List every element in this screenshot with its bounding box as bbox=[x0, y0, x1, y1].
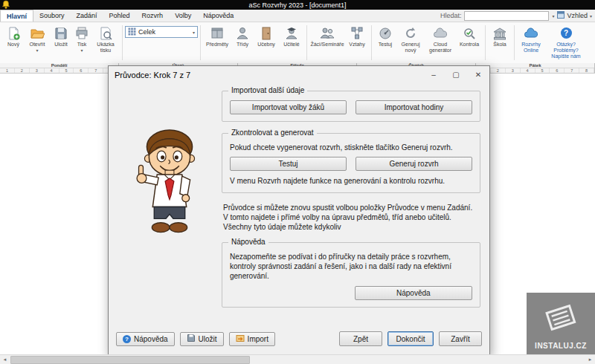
timetable-day-column: Pátek12345678 bbox=[476, 63, 595, 73]
close-button[interactable]: ✕ bbox=[467, 66, 489, 83]
help-group: Nápověda Nezapomeňte se podívat i do pří… bbox=[222, 242, 480, 308]
maximize-button[interactable]: ▢ bbox=[445, 66, 467, 83]
wizard-content: Importovat další údaje Importovat volby … bbox=[222, 86, 480, 328]
teachers-button[interactable]: Učitelé bbox=[279, 24, 304, 48]
cloud-icon bbox=[433, 25, 448, 41]
import-group: Importovat další údaje Importovat volby … bbox=[222, 91, 480, 122]
relations-button[interactable]: Vztahy bbox=[345, 24, 369, 48]
timetable-day-column: Pondělí12345678 bbox=[0, 63, 119, 73]
timetable-period-label: 2 bbox=[15, 68, 30, 73]
print-button[interactable]: Tisk ▾ bbox=[72, 24, 91, 53]
scroll-right-icon[interactable]: ► bbox=[585, 355, 595, 364]
timetable-period-label: 3 bbox=[30, 68, 45, 73]
footer-save-button[interactable]: Uložit bbox=[180, 332, 224, 346]
tab-pohled[interactable]: Pohled bbox=[103, 10, 136, 22]
import-icon bbox=[236, 334, 245, 344]
import-student-options-button[interactable]: Importovat volby žáků bbox=[230, 100, 347, 114]
wizard-mascot-illustration bbox=[127, 125, 210, 236]
ribbon-separator bbox=[514, 25, 515, 60]
timetable-period-label: 4 bbox=[521, 68, 536, 73]
questions-contact-button[interactable]: ? Otázky? Problémy? Napište nám bbox=[545, 24, 587, 59]
test-button[interactable]: Testuj bbox=[374, 24, 396, 48]
window-title: aSc Rozvrhy 2023 - [document1] bbox=[248, 1, 346, 9]
generate-timetable-button[interactable]: Generuj rozvrh bbox=[356, 157, 472, 171]
print-preview-icon bbox=[98, 25, 113, 41]
subjects-button[interactable]: Předměty bbox=[203, 24, 231, 48]
view-selector-combobox[interactable]: Celek ▾ bbox=[125, 26, 198, 38]
timetable-period-label: 1 bbox=[0, 68, 15, 73]
dialog-footer: ? Nápověda Uložit Import Zpět Dokončit Z… bbox=[109, 328, 489, 355]
help-icon: ? bbox=[123, 335, 131, 343]
timetable-period-label: 7 bbox=[89, 68, 103, 73]
close-dialog-button[interactable]: Zavřít bbox=[439, 331, 482, 346]
timetable-period-label: 7 bbox=[565, 68, 579, 73]
two-people-icon bbox=[320, 25, 335, 41]
ribbon-separator bbox=[122, 25, 123, 60]
grid-icon bbox=[128, 27, 136, 37]
ribbon-toolbar: Nový Otevřít ▾ Uložit Tisk ▾ Ukázka tisk… bbox=[0, 22, 595, 65]
print-dropdown-icon: ▾ bbox=[80, 48, 83, 53]
new-document-icon bbox=[6, 25, 21, 41]
gauge-icon bbox=[378, 25, 393, 41]
footer-help-button[interactable]: ? Nápověda bbox=[116, 332, 175, 346]
timetable-period-label: 6 bbox=[74, 68, 89, 73]
mascot-column bbox=[116, 86, 222, 328]
check-button[interactable]: Kontrola bbox=[456, 24, 483, 48]
school-button[interactable]: Škola bbox=[488, 24, 512, 48]
tab-zadani[interactable]: Zadání bbox=[71, 10, 103, 22]
rooms-button[interactable]: Učebny bbox=[254, 24, 279, 48]
tab-rozvrh[interactable]: Rozvrh bbox=[136, 10, 170, 22]
horizontal-scrollbar[interactable]: ◄ ► bbox=[0, 354, 595, 364]
timetables-online-button[interactable]: Rozvrhy Online bbox=[517, 24, 545, 53]
wizard-dialog: Průvodce: Krok 7 z 7 – ▢ ✕ bbox=[108, 65, 490, 356]
school-building-icon bbox=[492, 25, 507, 41]
timetable-period-label: 5 bbox=[536, 68, 550, 73]
appearance-dropdown-icon: ▾ bbox=[590, 13, 592, 19]
classes-button[interactable]: Třídy bbox=[231, 24, 254, 48]
help-button[interactable]: Nápověda bbox=[355, 286, 472, 300]
cloud-generator-button[interactable]: Cloud generátor bbox=[425, 24, 456, 53]
scrollbar-thumb[interactable] bbox=[10, 356, 250, 364]
finish-button[interactable]: Dokončit bbox=[387, 331, 434, 346]
refresh-icon bbox=[403, 25, 418, 41]
timetable-period-label: 3 bbox=[506, 68, 521, 73]
timetable-period-label: 5 bbox=[60, 68, 74, 73]
timetable-period-label: 8 bbox=[579, 68, 594, 73]
instaluj-watermark: INSTALUJ.CZ bbox=[527, 293, 595, 355]
subjects-icon bbox=[210, 25, 225, 41]
timetable-day-label: Pondělí bbox=[0, 63, 118, 68]
tab-napoveda[interactable]: Nápověda bbox=[197, 10, 239, 22]
menubar-right-area: Hledat: ▾ Vzhled ▾ bbox=[440, 10, 595, 22]
help-text: Nezapomeňte se podívat i do příručky na … bbox=[230, 252, 472, 281]
search-input[interactable] bbox=[464, 11, 549, 21]
print-preview-button[interactable]: Ukázka tisku bbox=[91, 24, 120, 53]
timetable-period-label: 4 bbox=[45, 68, 60, 73]
import-group-title: Importovat další údaje bbox=[228, 86, 307, 94]
open-button[interactable]: Otevřít ▾ bbox=[25, 24, 50, 53]
open-dropdown-icon: ▾ bbox=[36, 48, 38, 53]
appearance-menu[interactable]: Vzhled ▾ bbox=[557, 11, 592, 20]
minimize-button[interactable]: – bbox=[422, 66, 445, 83]
open-folder-icon bbox=[30, 25, 45, 41]
students-button[interactable]: Žáci/Semináře bbox=[309, 24, 345, 48]
footer-import-button[interactable]: Import bbox=[229, 332, 275, 346]
timetable-period-label: 6 bbox=[550, 68, 565, 73]
teacher-icon bbox=[284, 25, 299, 41]
door-icon bbox=[259, 25, 274, 41]
save-button[interactable]: Uložit bbox=[50, 24, 72, 48]
import-lessons-button[interactable]: Importovat hodiny bbox=[356, 100, 472, 114]
tab-soubory[interactable]: Soubory bbox=[33, 10, 71, 22]
appearance-label: Vzhled bbox=[567, 12, 588, 19]
instaluj-watermark-text: INSTALUJ.CZ bbox=[535, 342, 587, 350]
help-group-title: Nápověda bbox=[228, 238, 268, 246]
tab-volby[interactable]: Volby bbox=[169, 10, 197, 22]
tab-hlavni[interactable]: Hlavní bbox=[0, 10, 33, 22]
new-button[interactable]: Nový bbox=[2, 24, 25, 48]
test-timetable-button[interactable]: Testuj bbox=[230, 157, 347, 171]
printer-icon bbox=[74, 25, 89, 41]
scroll-left-icon[interactable]: ◄ bbox=[0, 355, 10, 364]
search-dropdown-icon[interactable]: ▾ bbox=[552, 13, 554, 19]
back-button[interactable]: Zpět bbox=[339, 331, 382, 346]
dialog-titlebar[interactable]: Průvodce: Krok 7 z 7 – ▢ ✕ bbox=[109, 66, 489, 83]
generate-button[interactable]: Generuj nový bbox=[396, 24, 425, 53]
